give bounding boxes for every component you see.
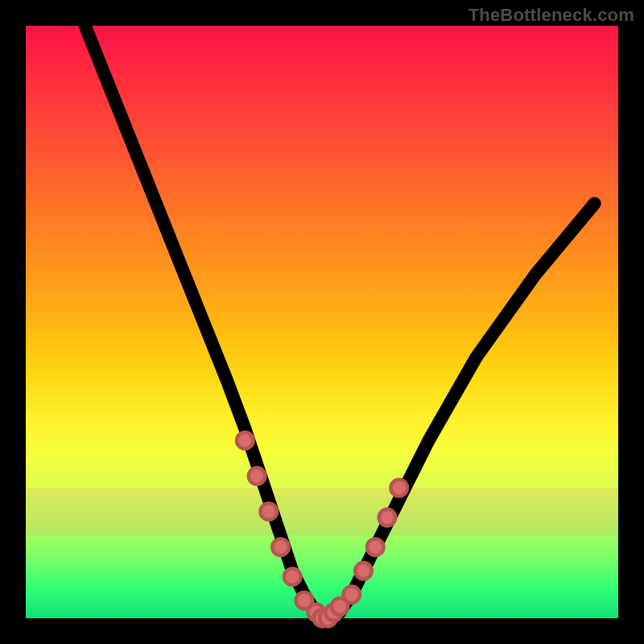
marker-dot	[260, 503, 277, 520]
marker-dot	[390, 480, 407, 497]
marker-dot	[237, 432, 254, 449]
watermark-text: TheBottleneck.com	[469, 5, 634, 26]
marker-dot	[284, 568, 301, 585]
marker-dot	[367, 539, 384, 555]
marker-dot	[249, 468, 266, 485]
marker-dot	[272, 539, 289, 555]
marker-dot	[355, 563, 372, 580]
marker-dot	[379, 510, 396, 526]
plot-area	[26, 26, 618, 618]
marker-dot	[343, 586, 360, 603]
haze-band	[26, 488, 618, 535]
chart-frame: TheBottleneck.com	[0, 0, 644, 644]
chart-svg	[26, 26, 618, 618]
